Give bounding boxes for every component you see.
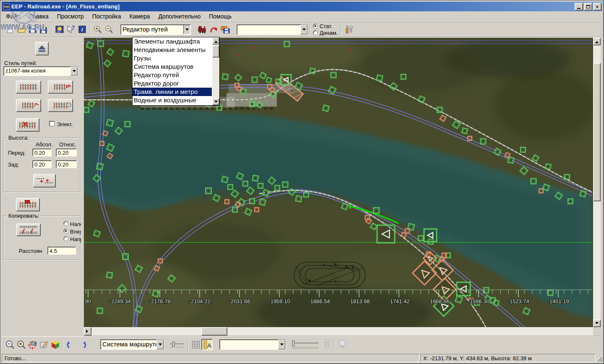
scrollbar-thumb[interactable] <box>201 327 227 335</box>
grid-toggle-button[interactable] <box>190 339 201 350</box>
open-file-button[interactable] <box>16 24 27 35</box>
layer-combobox[interactable]: Система маршрутов <box>100 339 164 350</box>
dropdown-item[interactable]: Трамв. линии и метро <box>133 88 212 96</box>
delete-track-button[interactable]: × <box>16 118 39 132</box>
object-combo-value <box>220 340 278 349</box>
edit-properties-button[interactable] <box>38 339 49 350</box>
minimize-button[interactable] <box>575 3 583 10</box>
dropdown-item[interactable]: Редактор дорог <box>133 79 212 88</box>
electric-checkbox[interactable] <box>49 121 55 126</box>
delete-x-icon: × <box>22 119 28 129</box>
light-toggle-button[interactable] <box>336 339 348 350</box>
3d-mode-button[interactable] <box>49 339 61 350</box>
scroll-right-button[interactable] <box>84 327 91 335</box>
menu-camera[interactable]: Камера <box>125 12 154 21</box>
svg-text:-1741.42: -1741.42 <box>388 298 409 304</box>
track-icon <box>22 102 35 109</box>
menu-build[interactable]: Постройка <box>88 12 125 21</box>
info-button[interactable]: i <box>76 24 88 35</box>
grid-dots-icon <box>192 341 200 349</box>
signal-button[interactable] <box>321 339 332 350</box>
copy-left-label: Налево <box>70 221 81 227</box>
copy-left-radio[interactable] <box>63 221 68 226</box>
menu-extras[interactable]: Дополнительно <box>154 12 205 21</box>
train-combobox[interactable] <box>237 24 308 35</box>
dropdown-item[interactable]: Грузы <box>133 54 212 62</box>
distance-input[interactable]: 4.5 <box>47 247 76 255</box>
dropdown-item[interactable]: Водные и воздушные <box>133 96 212 104</box>
height-col-absolute: Абсол. <box>36 141 53 148</box>
connect-track-one-button[interactable]: ↗▪ <box>16 99 41 112</box>
map-horizontal-scrollbar[interactable] <box>84 327 593 335</box>
svg-text:-1596.30: -1596.30 <box>468 298 489 304</box>
close-button[interactable]: × <box>593 3 601 10</box>
editor-mode-dropdown-button[interactable] <box>183 25 190 34</box>
tools-button[interactable] <box>343 24 354 35</box>
back-relative-input[interactable]: 0.20 <box>56 160 77 168</box>
triangle-right-icon <box>86 330 90 333</box>
menu-edit[interactable]: Правка <box>24 12 52 21</box>
scroll-up-button[interactable] <box>593 38 601 45</box>
copy-track-button[interactable] <box>16 224 41 236</box>
title-bar[interactable]: eep EEP - Railroad.exe - [Am_Fluss_entla… <box>2 2 602 11</box>
zoom-in-button[interactable] <box>92 24 103 35</box>
render-view-button[interactable] <box>54 24 65 35</box>
menu-view[interactable]: Просмотр <box>53 12 88 21</box>
scrollbar-thumb[interactable] <box>593 63 601 201</box>
save-button[interactable] <box>27 24 38 35</box>
front-relative-input[interactable]: 0.20 <box>56 148 77 156</box>
mini-slider-button[interactable] <box>168 339 186 350</box>
tools-icon <box>344 24 354 34</box>
new-file-button[interactable] <box>4 24 16 35</box>
resize-grip[interactable] <box>596 356 602 361</box>
dropdown-scrollbar[interactable] <box>212 37 219 105</box>
zoom-out-2d-button[interactable] <box>4 339 16 350</box>
scroll-down-button[interactable] <box>593 320 601 327</box>
zoom-out-button[interactable] <box>103 24 115 35</box>
scroll-down-button[interactable] <box>212 98 219 105</box>
zoom-slider[interactable] <box>290 339 321 350</box>
back-absolute-input[interactable]: 0.20 <box>32 160 52 168</box>
measure-toggle-button[interactable]: A <box>201 339 213 350</box>
undo-button[interactable] <box>65 339 76 350</box>
scroll-up-button[interactable] <box>212 37 219 44</box>
camera-target-button[interactable] <box>27 339 38 350</box>
menu-file[interactable]: Файл <box>2 12 24 21</box>
dropdown-item[interactable]: Элементы ландшафта <box>133 37 212 46</box>
dropdown-item[interactable]: Система маршрутов <box>133 62 212 71</box>
redo-button[interactable] <box>76 339 88 350</box>
scrollbar-thumb[interactable] <box>212 45 219 57</box>
locomotive-button[interactable] <box>197 24 208 35</box>
dropdown-item[interactable]: Редактор путей <box>133 71 212 79</box>
track-style-dropdown-button[interactable] <box>70 67 78 75</box>
context-help-button[interactable]: ? <box>65 24 76 35</box>
menu-help[interactable]: Помощь <box>205 12 236 21</box>
lay-track-button[interactable] <box>16 81 41 94</box>
train-dropdown-button[interactable] <box>300 25 307 34</box>
track-style-combobox[interactable]: z1067-мм колея <box>3 66 78 76</box>
copy-forward-radio[interactable] <box>63 229 68 234</box>
buffer-stop-button[interactable] <box>16 198 40 211</box>
split-track-button[interactable] <box>48 99 73 112</box>
connect-track-both-button[interactable]: ⇄▪ <box>48 81 73 94</box>
maximize-button[interactable] <box>584 3 592 10</box>
locomotive-icon <box>198 24 208 34</box>
apply-height-button[interactable] <box>33 174 56 187</box>
front-absolute-input[interactable]: 0.20 <box>32 148 52 156</box>
save-train-button[interactable] <box>219 24 231 35</box>
editor-mode-combobox[interactable]: Редактор путей <box>120 24 191 35</box>
zoom-in-2d-button[interactable] <box>16 339 27 350</box>
object-dropdown-button[interactable] <box>278 340 285 349</box>
object-combobox[interactable] <box>219 339 286 350</box>
rotate-rolling-stock-button[interactable] <box>208 24 219 35</box>
svg-text:-1813.98: -1813.98 <box>348 298 370 304</box>
static-camera-radio[interactable] <box>313 23 318 29</box>
dynamic-camera-radio[interactable] <box>313 30 318 35</box>
copy-right-radio[interactable] <box>63 236 68 241</box>
application-window: eep EEP - Railroad.exe - [Am_Fluss_entla… <box>0 0 604 364</box>
collapse-panel-button[interactable] <box>35 42 49 55</box>
save-as-button[interactable] <box>38 24 49 35</box>
dropdown-item[interactable]: Неподвижные элементы <box>133 46 212 54</box>
layer-dropdown-button[interactable] <box>156 340 164 349</box>
map-vertical-scrollbar[interactable] <box>593 38 601 327</box>
